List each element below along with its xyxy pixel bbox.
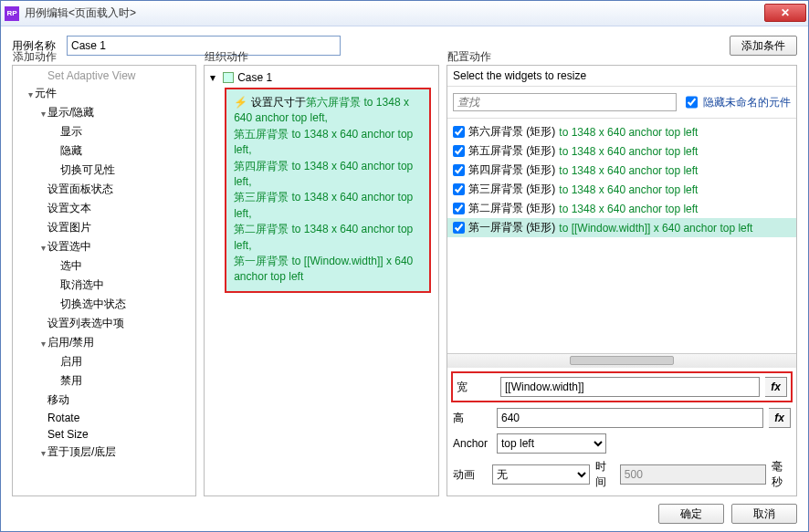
widget-checkbox[interactable] bbox=[453, 126, 465, 138]
cancel-button[interactable]: 取消 bbox=[731, 504, 797, 524]
tree-item[interactable]: 显示 bbox=[13, 122, 195, 141]
tree-item[interactable]: 取消选中 bbox=[13, 276, 195, 295]
tree-item[interactable]: 禁用 bbox=[13, 371, 195, 391]
widget-checkbox[interactable] bbox=[453, 183, 465, 195]
tree-item[interactable]: 设置面板状态 bbox=[13, 180, 195, 199]
hide-unnamed-checkbox[interactable]: 隐藏未命名的元件 bbox=[682, 90, 791, 114]
case-icon bbox=[223, 72, 234, 83]
case-node[interactable]: ▾ Case 1 bbox=[208, 69, 435, 86]
close-button[interactable]: ✕ bbox=[764, 4, 806, 22]
tree-item[interactable]: 设置图片 bbox=[13, 218, 195, 237]
anchor-label: Anchor bbox=[453, 437, 491, 450]
action-tree[interactable]: Set Adaptive View元件显示/隐藏显示隐藏切换可见性设置面板状态设… bbox=[13, 66, 195, 495]
action-block[interactable]: ⚡设置尺寸于 第六屏背景 to 1348 x 640 anchor top le… bbox=[225, 88, 431, 293]
tree-item[interactable]: 设置文本 bbox=[13, 199, 195, 218]
widget-row[interactable]: 第五屏背景 (矩形) to 1348 x 640 anchor top left bbox=[453, 141, 791, 161]
window-title: 用例编辑<页面载入时> bbox=[25, 5, 764, 21]
case-name-input[interactable] bbox=[67, 36, 341, 56]
widget-checkbox[interactable] bbox=[453, 164, 465, 176]
anim-label: 动画 bbox=[453, 467, 487, 483]
tree-item[interactable]: Set Adaptive View bbox=[13, 68, 195, 84]
widget-search-input[interactable] bbox=[453, 93, 677, 111]
configure-panel: 配置动作 Select the widgets to resize 隐藏未命名的… bbox=[447, 65, 797, 496]
tree-item[interactable]: 启用 bbox=[13, 352, 195, 371]
height-input[interactable] bbox=[497, 408, 763, 428]
add-condition-button[interactable]: 添加条件 bbox=[730, 36, 797, 56]
time-label: 时间 bbox=[595, 459, 615, 490]
height-fx-button[interactable]: fx bbox=[769, 408, 791, 428]
width-input[interactable] bbox=[500, 377, 760, 397]
widget-checkbox[interactable] bbox=[453, 222, 465, 234]
widget-row[interactable]: 第六屏背景 (矩形) to 1348 x 640 anchor top left bbox=[453, 122, 791, 141]
configure-header: 配置动作 bbox=[447, 49, 491, 65]
time-unit: 毫秒 bbox=[772, 459, 791, 490]
tree-item[interactable]: 移动 bbox=[13, 391, 195, 410]
widget-row[interactable]: 第三屏背景 (矩形) to 1348 x 640 anchor top left bbox=[453, 180, 791, 199]
widget-row[interactable]: 第四屏背景 (矩形) to 1348 x 640 anchor top left bbox=[453, 161, 791, 180]
organize-header: 组织动作 bbox=[205, 49, 248, 65]
tree-item[interactable]: 启用/禁用 bbox=[13, 333, 195, 352]
ok-button[interactable]: 确定 bbox=[658, 504, 724, 524]
select-widgets-label: Select the widgets to resize bbox=[447, 66, 796, 87]
width-fx-button[interactable]: fx bbox=[765, 377, 787, 397]
widget-checkbox[interactable] bbox=[453, 145, 465, 157]
dialog-window: RP 用例编辑<页面载入时> ✕ 用例名称 添加条件 添加动作 Set Adap… bbox=[0, 0, 809, 532]
widget-list[interactable]: 第六屏背景 (矩形) to 1348 x 640 anchor top left… bbox=[447, 119, 796, 353]
tree-item[interactable]: 置于顶层/底层 bbox=[13, 443, 195, 462]
tree-item[interactable]: 隐藏 bbox=[13, 141, 195, 161]
tree-item[interactable]: 元件 bbox=[13, 84, 195, 103]
tree-item[interactable]: 切换选中状态 bbox=[13, 295, 195, 314]
tree-item[interactable]: Set Size bbox=[13, 426, 195, 443]
widget-row[interactable]: 第一屏背景 (矩形) to [[Window.width]] x 640 anc… bbox=[447, 218, 796, 237]
widget-row[interactable]: 第二屏背景 (矩形) to 1348 x 640 anchor top left bbox=[453, 199, 791, 218]
height-label: 高 bbox=[453, 411, 491, 426]
add-action-panel: 添加动作 Set Adaptive View元件显示/隐藏显示隐藏切换可见性设置… bbox=[12, 65, 196, 496]
anim-select[interactable]: 无 bbox=[492, 464, 589, 485]
tree-item[interactable]: 选中 bbox=[13, 256, 195, 276]
width-label: 宽 bbox=[457, 380, 495, 395]
horizontal-scrollbar[interactable] bbox=[447, 353, 796, 368]
tree-item[interactable]: 切换可见性 bbox=[13, 161, 195, 180]
anchor-select[interactable]: top left bbox=[497, 433, 606, 454]
organize-panel: 组织动作 ▾ Case 1 ⚡设置尺寸于 第六屏背景 to 1348 x 640… bbox=[204, 65, 439, 496]
time-input bbox=[620, 464, 766, 485]
app-icon: RP bbox=[5, 6, 19, 21]
widget-checkbox[interactable] bbox=[453, 203, 465, 214]
titlebar: RP 用例编辑<页面载入时> ✕ bbox=[1, 1, 808, 26]
bolt-icon: ⚡ bbox=[234, 95, 247, 110]
add-action-header: 添加动作 bbox=[13, 49, 57, 65]
tree-item[interactable]: 设置列表选中项 bbox=[13, 314, 195, 333]
tree-item[interactable]: 显示/隐藏 bbox=[13, 103, 195, 122]
tree-item[interactable]: Rotate bbox=[13, 410, 195, 426]
tree-item[interactable]: 设置选中 bbox=[13, 237, 195, 256]
